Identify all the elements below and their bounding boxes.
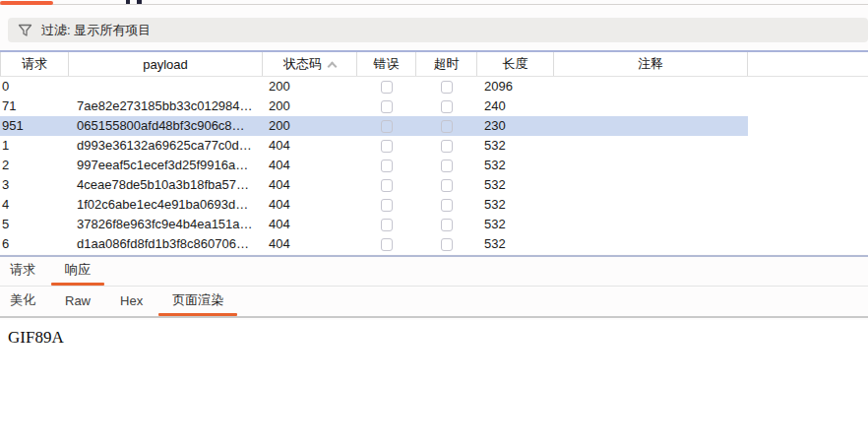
table-row[interactable]: 4 1f02c6abe1ec4e91ba0693d… 404 532 (0, 195, 868, 215)
cell-payload (69, 77, 263, 96)
table-row-selected[interactable]: 951 065155800afd48bf3c906c8… 200 230 (0, 116, 868, 136)
cell-status: 404 (263, 195, 357, 215)
cell-comment (554, 175, 748, 195)
tab-request[interactable]: 请求 (10, 261, 35, 282)
cell-request: 3 (0, 175, 69, 195)
timeout-checkbox[interactable] (441, 81, 453, 94)
cell-timeout (416, 96, 477, 116)
cell-payload: 7ae82e273185bb33c012984… (69, 96, 263, 116)
error-checkbox[interactable] (381, 81, 393, 94)
cell-timeout (416, 116, 477, 136)
cell-length: 532 (477, 156, 554, 175)
cell-length: 532 (477, 136, 554, 156)
table-row[interactable]: 71 7ae82e273185bb33c012984… 200 240 (0, 96, 868, 116)
column-header-payload[interactable]: payload (69, 52, 263, 76)
timeout-checkbox[interactable] (441, 238, 453, 251)
cell-request: 2 (0, 156, 69, 175)
cell-comment (554, 215, 748, 234)
column-header-length[interactable]: 长度 (477, 52, 554, 76)
sort-ascending-icon (328, 61, 338, 71)
table-row[interactable]: 3 4ceae78de5b10a3b18fba57… 404 532 (0, 175, 868, 195)
error-checkbox[interactable] (381, 120, 393, 133)
tab-hex[interactable]: Hex (120, 293, 143, 311)
cell-comment (554, 156, 748, 175)
cell-length: 532 (477, 195, 554, 215)
error-checkbox[interactable] (381, 199, 393, 212)
filter-label: 过滤: 显示所有项目 (41, 22, 151, 39)
cell-payload: 37826f8e963fc9e4b4ea151a… (69, 215, 263, 234)
cell-error (357, 136, 416, 156)
column-header-timeout[interactable]: 超时 (416, 52, 477, 76)
table-row[interactable]: 0 200 2096 (0, 77, 868, 96)
cell-error (357, 195, 416, 215)
column-header-request[interactable]: 请求 (0, 52, 69, 76)
filter-bar[interactable]: 过滤: 显示所有项目 (8, 18, 868, 42)
cell-comment (554, 136, 748, 156)
cell-payload: 065155800afd48bf3c906c8… (69, 116, 263, 136)
cell-comment (554, 234, 748, 254)
cell-status: 200 (263, 96, 357, 116)
timeout-checkbox[interactable] (441, 120, 453, 133)
error-checkbox[interactable] (381, 140, 393, 153)
tab-raw[interactable]: Raw (65, 293, 91, 311)
table-row[interactable]: 1 d993e36132a69625ca77c0d… 404 532 (0, 136, 868, 156)
cell-payload: 4ceae78de5b10a3b18fba57… (69, 175, 263, 195)
attack-results-table: 请求 payload 状态码 错误 超时 长度 注释 0 200 2096 71… (0, 50, 868, 254)
cell-status: 404 (263, 156, 357, 175)
column-header-status[interactable]: 状态码 (263, 52, 357, 76)
cell-payload: 1f02c6abe1ec4e91ba0693d… (69, 195, 263, 215)
cell-length: 240 (477, 96, 554, 116)
cell-payload: d993e36132a69625ca77c0d… (69, 136, 263, 156)
clipped-tab-text-fragment (137, 0, 142, 4)
tab-pretty[interactable]: 美化 (10, 291, 35, 312)
cell-request: 4 (0, 195, 69, 215)
timeout-checkbox[interactable] (441, 100, 453, 113)
error-checkbox[interactable] (381, 160, 393, 172)
cell-request: 0 (0, 77, 69, 96)
timeout-checkbox[interactable] (441, 160, 453, 172)
cell-comment (554, 77, 748, 96)
cell-comment (554, 116, 748, 136)
cell-status: 404 (263, 175, 357, 195)
tab-render[interactable]: 页面渲染 (172, 291, 223, 312)
cell-status: 404 (263, 215, 357, 234)
cell-request: 1 (0, 136, 69, 156)
error-checkbox[interactable] (381, 238, 393, 251)
cell-request: 6 (0, 234, 69, 254)
tab-response[interactable]: 响应 (65, 261, 91, 282)
cell-timeout (416, 156, 477, 175)
cell-timeout (416, 136, 477, 156)
cell-request: 71 (0, 96, 69, 116)
rendered-response-text: GIF89A (8, 328, 64, 347)
cell-length: 532 (477, 175, 554, 195)
cell-timeout (416, 77, 477, 96)
cell-comment (554, 195, 748, 215)
table-header-row: 请求 payload 状态码 错误 超时 长度 注释 (0, 52, 868, 77)
error-checkbox[interactable] (381, 100, 393, 113)
error-checkbox[interactable] (381, 219, 393, 231)
cell-length: 532 (477, 215, 554, 234)
cell-status: 404 (263, 234, 357, 254)
cell-length: 532 (477, 234, 554, 254)
cell-error (357, 77, 416, 96)
timeout-checkbox[interactable] (441, 219, 453, 231)
table-row[interactable]: 2 997eeaf5c1ecef3d25f9916a… 404 532 (0, 156, 868, 175)
clipped-tab-text-fragment (126, 0, 130, 4)
cell-request: 5 (0, 215, 69, 234)
cell-length: 2096 (477, 77, 554, 96)
cell-request: 951 (0, 116, 69, 136)
view-tab-bar: 美化 Raw Hex 页面渲染 (0, 288, 868, 318)
cell-status: 200 (263, 77, 357, 96)
cell-error (357, 175, 416, 195)
table-row[interactable]: 6 d1aa086fd8fd1b3f8c860706… 404 532 (0, 234, 868, 254)
cell-payload: 997eeaf5c1ecef3d25f9916a… (69, 156, 263, 175)
error-checkbox[interactable] (381, 179, 393, 192)
table-row[interactable]: 5 37826f8e963fc9e4b4ea151a… 404 532 (0, 215, 868, 234)
column-header-comment[interactable]: 注释 (554, 52, 748, 76)
timeout-checkbox[interactable] (441, 199, 453, 212)
cell-status: 404 (263, 136, 357, 156)
timeout-checkbox[interactable] (441, 140, 453, 153)
column-header-error[interactable]: 错误 (357, 52, 416, 76)
cell-timeout (416, 195, 477, 215)
timeout-checkbox[interactable] (441, 179, 453, 192)
